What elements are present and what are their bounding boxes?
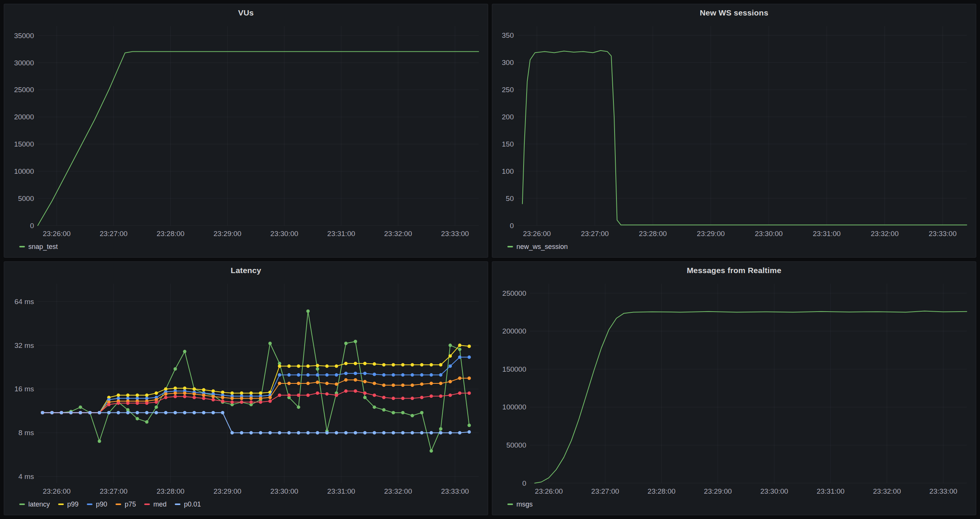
series-point [240, 391, 243, 395]
series-point [135, 417, 139, 420]
panel-title-messages-from-realtime[interactable]: Messages from Realtime [687, 266, 781, 275]
series-point [335, 373, 338, 377]
series-point [297, 364, 300, 368]
series-point [325, 373, 329, 377]
y-tick-label: 5000 [18, 195, 34, 203]
legend-item-snap_test[interactable]: snap_test [19, 243, 58, 251]
panel-new-ws-sessions: New WS sessions 23:26:0023:27:0023:28:00… [492, 4, 976, 258]
x-tick-label: 23:31:00 [327, 230, 355, 238]
series-point [391, 431, 395, 434]
legend-swatch [58, 503, 64, 505]
x-tick-label: 23:33:00 [929, 230, 956, 238]
series-point [420, 411, 423, 414]
series-point [449, 344, 452, 347]
series-point [250, 391, 253, 395]
series-point [269, 342, 272, 345]
legend-item-p90[interactable]: p90 [87, 500, 107, 508]
x-tick-label: 23:27:00 [581, 230, 609, 238]
series-point [192, 387, 196, 391]
y-tick-label: 0 [510, 222, 514, 230]
series-point [145, 394, 148, 397]
series-point [430, 431, 433, 434]
legend-item-latency[interactable]: latency [19, 500, 50, 508]
series-point [192, 392, 196, 396]
series-point [430, 373, 433, 377]
y-tick-label: 4 ms [19, 473, 34, 481]
legend-item-p0.01[interactable]: p0.01 [175, 500, 201, 508]
series-point [145, 401, 148, 405]
series-point [164, 396, 168, 399]
y-tick-label: 32 ms [14, 342, 34, 350]
x-tick-label: 23:33:00 [929, 487, 957, 495]
legend-swatch [144, 503, 150, 505]
y-tick-label: 250000 [503, 289, 526, 297]
series-point [173, 411, 177, 414]
series-point [192, 396, 196, 399]
series-point [391, 411, 395, 414]
new-ws-sessions-chart[interactable]: 23:26:0023:27:0023:28:0023:29:0023:30:00… [495, 22, 973, 240]
panel-title-vus[interactable]: VUs [238, 8, 254, 18]
series-point [221, 411, 224, 414]
legend-item-new_ws_session[interactable]: new_ws_session [508, 243, 568, 251]
chart-area: 23:26:0023:27:0023:28:0023:29:0023:30:00… [4, 22, 488, 240]
x-tick-label: 23:32:00 [384, 230, 412, 238]
panel-header: Latency [4, 262, 488, 279]
series-point [250, 431, 253, 434]
series-point [41, 411, 44, 414]
series-point [306, 394, 310, 397]
series-point [135, 394, 139, 397]
series-point [439, 373, 442, 377]
x-tick-label: 23:28:00 [639, 230, 667, 238]
y-tick-label: 0 [30, 222, 34, 230]
legend-swatch [175, 503, 180, 505]
y-tick-label: 100000 [503, 403, 526, 411]
legend-item-med[interactable]: med [144, 500, 167, 508]
series-point [439, 382, 442, 385]
panel-title-latency[interactable]: Latency [231, 266, 261, 275]
series-line-p75 [43, 378, 469, 412]
series-point [306, 364, 310, 368]
series-point [372, 405, 376, 409]
legend-label: p90 [96, 500, 107, 508]
y-tick-label: 50 [506, 195, 514, 203]
series-point [401, 397, 405, 400]
panel-latency: Latency 23:26:0023:27:0023:28:0023:29:00… [4, 261, 488, 515]
legend-item-msgs[interactable]: msgs [508, 500, 533, 508]
x-tick-label: 23:30:00 [270, 230, 298, 238]
series-point [354, 340, 357, 343]
panel-messages-from-realtime: Messages from Realtime 23:26:0023:27:002… [492, 261, 976, 515]
series-point [382, 363, 385, 366]
series-point [155, 391, 158, 395]
series-point [117, 394, 120, 397]
x-tick-label: 23:31:00 [813, 230, 841, 238]
latency-chart[interactable]: 23:26:0023:27:0023:28:0023:29:0023:30:00… [7, 279, 485, 497]
panel-title-new-ws-sessions[interactable]: New WS sessions [700, 8, 768, 18]
x-tick-label: 23:30:00 [760, 487, 788, 495]
y-tick-label: 10000 [14, 167, 34, 175]
series-point [382, 408, 385, 412]
series-point [316, 381, 319, 384]
series-point [212, 398, 215, 401]
x-tick-label: 23:33:00 [441, 230, 469, 238]
series-point [325, 431, 329, 434]
series-point [439, 363, 442, 366]
series-point [135, 401, 139, 405]
series-point [335, 364, 338, 368]
series-point [401, 383, 405, 387]
y-tick-label: 0 [522, 479, 526, 487]
legend-label: snap_test [28, 243, 58, 251]
legend-item-p75[interactable]: p75 [116, 500, 136, 508]
series-point [79, 405, 82, 409]
series-point [411, 431, 414, 434]
vus-chart[interactable]: 23:26:0023:27:0023:28:0023:29:0023:30:00… [7, 22, 485, 240]
series-point [344, 431, 348, 434]
messages-from-realtime-chart[interactable]: 23:26:0023:27:0023:28:0023:29:0023:30:00… [495, 279, 973, 497]
series-point [316, 373, 319, 377]
series-point [467, 391, 471, 395]
series-point [259, 397, 262, 400]
legend-item-p99[interactable]: p99 [58, 500, 78, 508]
series-point [411, 397, 414, 400]
series-point [250, 397, 253, 400]
series-point [420, 396, 423, 399]
series-point [155, 401, 158, 404]
